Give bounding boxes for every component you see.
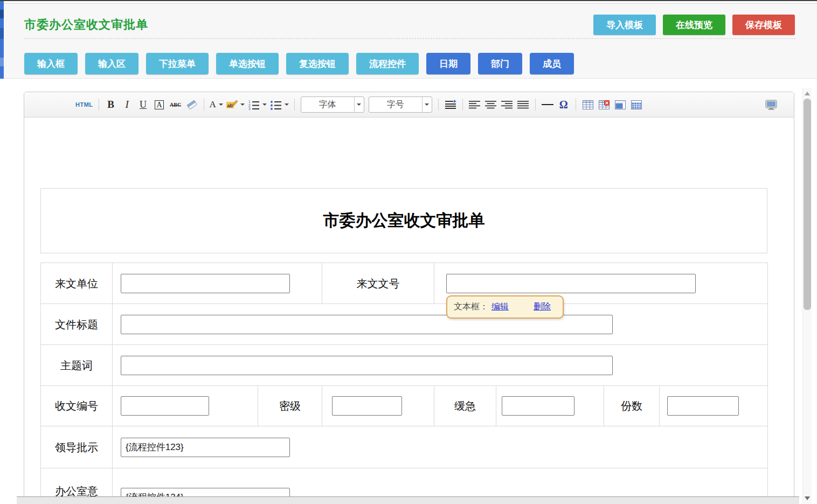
chevron-down-icon	[240, 103, 245, 106]
table-grid-button[interactable]	[630, 98, 643, 112]
chevron-down-icon	[357, 103, 361, 106]
table-icon	[583, 100, 593, 109]
field-label: 来文单位	[41, 263, 113, 304]
rich-text-editor: HTML B I U A ABC A	[24, 92, 794, 497]
leader-instructions-input[interactable]	[121, 438, 290, 457]
add-radio-button[interactable]: 单选按钮	[216, 53, 279, 74]
import-template-button[interactable]: 导入模板	[593, 15, 656, 35]
office-opinion-input[interactable]	[121, 488, 290, 497]
field-label: 领导批示	[41, 426, 113, 468]
indent-button[interactable]	[444, 98, 457, 112]
urgency-input[interactable]	[502, 396, 574, 416]
chevron-down-icon	[425, 103, 429, 106]
editor-bottom-bar	[17, 496, 799, 504]
highlight-color-button[interactable]: ab	[226, 98, 245, 112]
incoming-unit-input[interactable]	[121, 274, 290, 293]
align-right-button[interactable]	[501, 98, 514, 112]
justify-button[interactable]	[517, 98, 530, 112]
scroll-down-arrow-icon[interactable]	[805, 496, 810, 500]
add-department-button[interactable]: 部门	[478, 53, 522, 74]
delete-control-link[interactable]: 删除	[534, 301, 551, 313]
left-edge-fragment	[0, 10, 4, 18]
toolbar-separator	[438, 99, 439, 111]
field-label: 密级	[258, 386, 322, 426]
horizontal-rule-button[interactable]	[541, 98, 554, 112]
ordered-list-button[interactable]: 123	[248, 98, 267, 112]
align-left-button[interactable]	[468, 98, 481, 112]
add-checkbox-button[interactable]: 复选按钮	[286, 53, 349, 74]
cell-properties-button[interactable]	[614, 98, 627, 112]
remove-format-button[interactable]	[185, 98, 198, 112]
vertical-scrollbar[interactable]	[802, 88, 812, 504]
strikethrough-button[interactable]: ABC	[169, 98, 182, 112]
table-row: 收文编号 密级 缓急 份数	[41, 386, 768, 426]
fullscreen-button[interactable]	[765, 98, 778, 112]
bold-button[interactable]: B	[105, 98, 117, 112]
toolbar-separator	[462, 99, 463, 111]
unordered-list-button[interactable]	[270, 98, 289, 112]
online-preview-button[interactable]: 在线预览	[663, 15, 725, 35]
save-template-button[interactable]: 保存模板	[732, 15, 795, 35]
font-size-select[interactable]: 字号	[369, 96, 432, 113]
incoming-doc-number-input[interactable]	[446, 274, 696, 293]
control-tooltip: 文本框： 编辑 删除	[446, 295, 564, 319]
editor-content-area[interactable]: 市委办公室收文审批单 来文单位 来文文号 文件标题	[24, 118, 794, 496]
font-family-label: 字体	[301, 99, 354, 111]
add-textarea-button[interactable]: 输入区	[85, 53, 139, 74]
add-date-button[interactable]: 日期	[426, 53, 470, 74]
horizontal-rule-icon	[542, 104, 553, 105]
font-family-dropdown-button[interactable]	[354, 97, 364, 112]
template-actions: 导入模板 在线预览 保存模板	[593, 15, 795, 35]
italic-button[interactable]: I	[121, 98, 134, 112]
app-window: 市委办公室收文审批单 导入模板 在线预览 保存模板 输入框 输入区 下拉菜单 单…	[0, 0, 817, 504]
table-grid-icon	[631, 100, 642, 109]
copies-count-input[interactable]	[667, 396, 739, 416]
form-title: 市委办公室收文审批单	[323, 210, 485, 232]
secrecy-level-input[interactable]	[332, 396, 402, 416]
add-member-button[interactable]: 成员	[530, 53, 574, 74]
font-color-button[interactable]: A	[210, 98, 223, 112]
underline-button[interactable]: U	[137, 98, 150, 112]
cell-properties-icon	[615, 100, 626, 109]
special-char-button[interactable]: Ω	[557, 98, 570, 112]
ordered-list-icon: 123	[248, 100, 260, 110]
font-size-label: 字号	[369, 99, 422, 111]
left-edge-fragment	[0, 58, 4, 66]
font-size-dropdown-button[interactable]	[422, 97, 432, 112]
add-input-box-button[interactable]: 输入框	[24, 53, 78, 74]
align-left-icon	[469, 100, 481, 109]
monitor-icon	[765, 100, 777, 110]
align-right-icon	[501, 100, 513, 109]
source-code-button[interactable]: HTML	[75, 98, 93, 112]
scrollbar-thumb[interactable]	[804, 99, 811, 310]
chevron-down-icon	[262, 103, 267, 106]
subject-words-input[interactable]	[121, 356, 613, 375]
svg-text:3: 3	[248, 107, 251, 110]
format-style-button[interactable]: A	[153, 98, 166, 112]
field-label: 来文文号	[322, 263, 434, 304]
table-row: 文件标题	[41, 304, 768, 345]
font-family-select[interactable]: 字体	[301, 96, 364, 113]
indent-icon	[445, 100, 456, 109]
scroll-up-arrow-icon[interactable]	[805, 92, 810, 95]
delete-table-icon	[599, 100, 610, 109]
page-header: 市委办公室收文审批单 导入模板 在线预览 保存模板 输入框 输入区 下拉菜单 单…	[4, 3, 817, 79]
delete-table-button[interactable]	[598, 98, 611, 112]
toolbar-separator	[99, 99, 99, 111]
toolbar-separator	[204, 99, 204, 111]
field-label: 缓急	[434, 386, 496, 426]
receipt-number-input[interactable]	[121, 396, 209, 416]
chevron-down-icon	[285, 103, 289, 106]
add-dropdown-button[interactable]: 下拉菜单	[146, 53, 209, 74]
window-top-edge	[0, 0, 817, 1]
highlight-ab-icon: ab	[226, 100, 238, 109]
align-center-button[interactable]	[484, 98, 497, 112]
field-label: 文件标题	[41, 304, 113, 345]
boxed-a-icon: A	[155, 100, 163, 109]
unordered-list-icon	[270, 100, 282, 110]
table-row: 来文单位 来文文号	[41, 263, 768, 304]
insert-table-button[interactable]	[581, 98, 594, 112]
edit-control-link[interactable]: 编辑	[491, 301, 509, 313]
justify-icon	[517, 100, 529, 109]
add-flow-control-button[interactable]: 流程控件	[356, 53, 419, 74]
